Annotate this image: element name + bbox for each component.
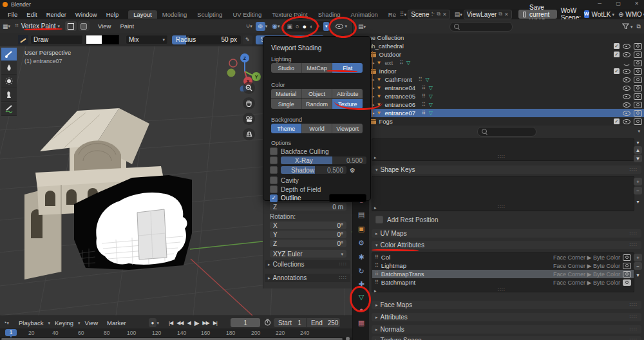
color-attribute-row-batchmaptrans-selected[interactable]: ⠿ BatchmapTrans Face Corner ▶ Byte Color [372,270,634,278]
frame-start-field[interactable]: Start 1 [274,318,306,327]
menu-marker[interactable]: Marker [102,319,131,326]
uv-maps-grip-icon[interactable]: ∷∷ [630,231,638,236]
hide-eye-icon[interactable] [623,102,630,108]
tab-object-icon[interactable]: ▣ [353,225,370,232]
select-mask-vertex-button[interactable] [65,21,77,31]
outliner-row-scene-collection[interactable]: Scene Collection [353,33,644,42]
collections-panel-header[interactable]: ▸ Collections ∷∷ [265,260,350,269]
color-attribute-remove-button[interactable]: − [634,262,642,270]
new-scene-icon[interactable]: ⧉ [437,11,440,17]
hide-eye-icon[interactable] [623,43,630,49]
shape-key-remove-button[interactable]: − [634,187,642,194]
toggle-ortho-button[interactable] [243,128,255,140]
menu-view[interactable]: View [93,23,115,30]
exclude-checkbox[interactable]: ✓ [614,43,620,49]
normals-panel-header[interactable]: ▸ Normals ∷∷ [372,325,641,334]
outline-checkbox[interactable]: ✓ [270,194,278,202]
toggle-xray-icon[interactable]: ▣ [287,23,292,30]
hide-eye-icon[interactable] [623,118,630,124]
annotations-panel-header[interactable]: ▸ Annotations ∷∷ [265,274,350,282]
outliner-row-ext[interactable]: ▸ ▼ ext ⠿ ▽ [353,59,644,67]
new-collection-icon[interactable]: ⧉ [637,23,641,30]
hide-eye-icon[interactable] [623,68,630,74]
shape-key-specials-caret-icon[interactable]: ▾ [634,198,642,205]
background-world-button[interactable]: World [302,124,333,133]
vgroup-move-up-button[interactable]: ▲ [634,146,642,154]
shape-keys-list[interactable]: ▸ ∷∷ [372,176,634,211]
brush-name-field[interactable]: Draw [30,35,83,44]
hide-eye-icon[interactable] [623,85,630,91]
timeline-editor-caret-icon[interactable]: ▾ [6,321,9,325]
prev-keyframe-button[interactable]: ◀◀ [175,320,185,326]
shape-keys-grip-icon[interactable]: ∷∷ [630,167,638,173]
outliner-row-nh-cathedral[interactable]: nh_cathedral ✓ [353,42,644,50]
play-button[interactable]: ▶ [193,319,201,326]
workspace-tab-shading[interactable]: Shading [313,10,346,19]
color-attribute-row-lightmap[interactable]: ⠿ Lightmap Face Corner ▶ Byte Color [372,261,634,270]
material-preview-shading-icon[interactable]: ◐ [310,23,313,30]
annotations-grip-icon[interactable]: ∷∷ [339,275,347,281]
scene-selector-caret-icon[interactable]: ▾ [404,12,407,17]
hide-eye-icon[interactable] [623,77,630,82]
render-camera-icon[interactable] [634,60,642,66]
tab-physics-icon[interactable]: ↻ [353,268,370,275]
brush-thumbnail[interactable] [18,35,28,44]
auto-keying-record-button[interactable]: ● [149,318,157,327]
render-camera-icon[interactable] [634,102,642,108]
face-maps-panel-header[interactable]: ▸ Face Maps ∷∷ [372,301,641,309]
list-resize-icon[interactable]: ▸ [374,288,377,293]
frame-end-field[interactable]: End 250 [307,318,340,327]
pin-icon[interactable]: ⠗ [431,12,435,17]
lighting-matcap-button[interactable]: MatCap [302,63,333,73]
editor-type-caret-icon[interactable]: ▾ [8,24,11,28]
tab-texture-icon[interactable]: ▦ [353,319,370,326]
tool-smear-button[interactable] [1,88,17,102]
xray-checkbox[interactable] [270,156,278,164]
rotation-z-field[interactable]: Z 0° [270,240,346,247]
solid-shading-icon[interactable]: ● [302,23,307,30]
shadow-checkbox[interactable] [270,166,278,174]
color-attributes-grip-icon[interactable]: ∷∷ [630,242,638,248]
jump-to-start-button[interactable]: |◀ [167,320,175,326]
zoom-button[interactable] [243,82,255,94]
location-z-field[interactable]: Z 0 m [270,203,346,211]
render-camera-icon[interactable] [634,52,642,58]
close-icon[interactable]: ✕ [634,1,639,6]
attributes-grip-icon[interactable]: ∷∷ [630,314,638,320]
timeline-ruler[interactable]: 1 20 40 60 80 100 120 140 160 180 200 22… [0,328,352,337]
show-overlays-icon[interactable] [336,23,343,29]
orientation-caret-icon[interactable]: ▾ [278,24,280,28]
workspace-tab-rendering[interactable]: Re [383,10,396,19]
use-preview-range-icon[interactable] [264,319,271,327]
rotation-y-field[interactable]: Y 0° [270,231,346,238]
xray-slider[interactable]: X-Ray 0.500 [281,156,366,164]
hide-eye-icon[interactable] [623,110,630,116]
remove-viewlayer-icon[interactable]: ✕ [504,12,509,17]
render-camera-icon[interactable] [623,271,631,278]
render-camera-icon[interactable] [634,77,642,83]
list-resize-icon[interactable]: ▸ [374,205,377,210]
mode-caret-icon[interactable]: ▾ [58,24,61,28]
minimize-icon[interactable]: ─ [598,1,601,6]
cavity-checkbox[interactable] [270,176,278,184]
tab-output-icon[interactable]: ▤ [353,211,370,218]
outliner-row-entrance05[interactable]: ▸ ▼ entrance05 ⠿ ▽ [353,92,644,100]
render-camera-icon[interactable] [623,263,631,269]
outliner-row-entrance06[interactable]: ▸ ▼ entrance06 ⠿ ▽ [353,100,644,109]
list-grip-icon[interactable]: ∷∷ [498,154,506,160]
overlays-caret-icon[interactable]: ▾ [345,24,347,28]
menu-file[interactable]: File [3,11,22,18]
tab-object-data-icon[interactable]: ▽ [353,294,370,301]
render-camera-active-icon[interactable] [623,279,631,286]
snap-caret-icon[interactable]: ▾ [250,24,252,28]
outliner-row-indoor[interactable]: ▾ Indoor ✓ [353,67,644,75]
scene-icon[interactable]: ⠿ [400,11,404,17]
unlink-scene-icon[interactable]: ✕ [442,12,447,17]
menu-render[interactable]: Render [42,11,71,18]
exclude-checkbox[interactable]: ✓ [614,118,620,124]
background-theme-button[interactable]: Theme [271,124,302,133]
backface-culling-checkbox[interactable] [270,147,278,155]
attributes-panel-header[interactable]: ▸ Attributes ∷∷ [372,313,641,321]
tab-constraints-icon[interactable]: ✚ [353,281,370,288]
radius-slider[interactable]: Radius 50 px [172,35,241,44]
